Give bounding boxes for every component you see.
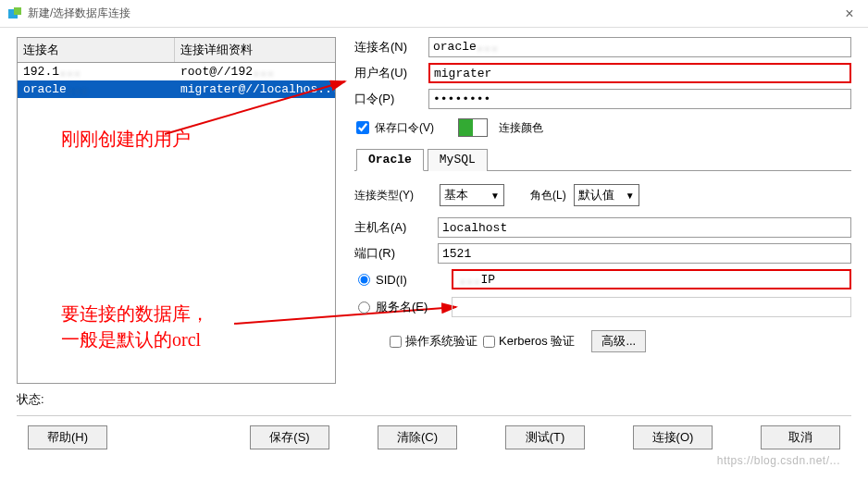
chevron-down-icon: ▼ — [490, 191, 500, 201]
cancel-button[interactable]: 取消 — [761, 425, 840, 449]
label-username: 用户名(U) — [354, 65, 428, 81]
connection-table: 连接名 连接详细资料 192.1... root@//192... oracle… — [17, 37, 336, 384]
port-input[interactable] — [438, 243, 851, 264]
host-input[interactable] — [438, 217, 851, 238]
col-conn-detail[interactable]: 连接详细资料 — [175, 38, 335, 62]
conn-type-select[interactable]: 基本▼ — [440, 184, 504, 206]
clear-button[interactable]: 清除(C) — [378, 425, 457, 449]
col-conn-name[interactable]: 连接名 — [18, 38, 175, 62]
label-conn-name: 连接名(N) — [354, 39, 428, 55]
status-label: 状态: — [0, 388, 868, 412]
label-service: 服务名(E) — [376, 299, 446, 315]
sid-input[interactable]: ...IP — [452, 269, 851, 289]
conn-color-label: 连接颜色 — [499, 120, 543, 136]
advanced-button[interactable]: 高级... — [591, 330, 646, 352]
svg-rect-1 — [14, 7, 21, 15]
label-port: 端口(R) — [354, 245, 438, 262]
sid-radio[interactable] — [358, 274, 370, 286]
save-password-checkbox[interactable] — [356, 121, 369, 134]
label-conn-type: 连接类型(Y) — [354, 188, 432, 203]
conn-name-input[interactable]: oracle... — [428, 37, 851, 57]
db-type-tabs: Oracle MySQL — [354, 148, 851, 171]
conn-color-swatch[interactable] — [458, 118, 488, 137]
tab-oracle[interactable]: Oracle — [356, 149, 424, 171]
chevron-down-icon: ▼ — [626, 191, 635, 201]
role-select[interactable]: 默认值▼ — [574, 184, 639, 206]
os-auth-checkbox[interactable]: 操作系统验证 — [390, 333, 477, 350]
label-host: 主机名(A) — [354, 219, 438, 236]
help-button[interactable]: 帮助(H) — [28, 425, 107, 449]
save-password-label: 保存口令(V) — [375, 120, 434, 136]
window-title: 新建/选择数据库连接 — [28, 6, 838, 21]
watermark: https://blog.csdn.net/... — [717, 454, 840, 467]
kerberos-checkbox[interactable]: Kerberos 验证 — [483, 333, 575, 350]
table-row[interactable]: 192.1... root@//192... — [18, 63, 335, 80]
connect-button[interactable]: 连接(O) — [633, 425, 713, 449]
app-icon — [7, 6, 22, 21]
label-sid: SID(I) — [376, 273, 446, 287]
service-input[interactable] — [452, 297, 851, 317]
password-input[interactable] — [428, 89, 851, 109]
close-icon[interactable]: × — [838, 6, 861, 22]
title-bar: 新建/选择数据库连接 × — [0, 0, 868, 28]
service-radio[interactable] — [358, 302, 370, 314]
username-input[interactable] — [428, 63, 851, 83]
label-password: 口令(P) — [354, 91, 428, 107]
test-button[interactable]: 测试(T) — [505, 425, 585, 449]
save-button[interactable]: 保存(S) — [250, 425, 329, 449]
tab-mysql[interactable]: MySQL — [428, 149, 488, 171]
divider — [17, 415, 851, 416]
table-row[interactable]: oracle... migrater@//localhos... — [18, 80, 335, 98]
label-role: 角色(L) — [530, 188, 566, 203]
